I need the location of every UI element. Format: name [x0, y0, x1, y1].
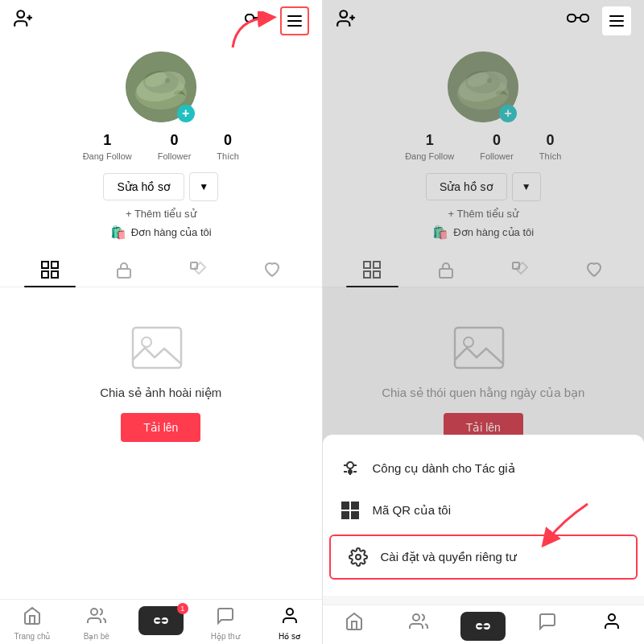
svg-point-59: [413, 614, 419, 621]
svg-point-26: [340, 10, 347, 18]
add-person-icon-right[interactable]: [336, 8, 357, 34]
svg-rect-18: [133, 328, 181, 368]
bottom-nav-left: Trang chủ Bạn bè: [0, 599, 322, 644]
svg-point-25: [287, 609, 293, 615]
photo-placeholder-left: [129, 320, 193, 376]
profile-icon-right: [602, 612, 621, 636]
svg-rect-15: [52, 271, 58, 278]
svg-point-11: [165, 78, 170, 83]
nav-profile-label-left: Hồ sơ: [279, 632, 300, 641]
svg-rect-16: [118, 269, 130, 278]
order-link-left[interactable]: 🛍️ Đơn hàng của tôi: [110, 225, 212, 240]
svg-point-19: [142, 337, 151, 347]
menu-button-left[interactable]: [280, 6, 309, 35]
svg-point-64: [609, 614, 615, 621]
svg-rect-29: [568, 14, 576, 22]
svg-rect-12: [42, 262, 48, 268]
svg-point-0: [17, 10, 24, 18]
qr-code-icon: [339, 501, 361, 520]
stats-row-left: 1 Đang Follow 0 Follower 0 Thích: [83, 132, 239, 161]
nav-inbox-left[interactable]: Hộp thư: [193, 606, 258, 641]
settings-icon: [347, 547, 369, 567]
friends-icon-left: [87, 606, 106, 630]
nav-friends-right[interactable]: [386, 612, 451, 641]
inbox-icon-right: [538, 612, 557, 636]
svg-point-9: [143, 71, 179, 93]
menu-item-author-tools[interactable]: Công cụ dành cho Tác giả: [323, 448, 645, 489]
svg-rect-54: [356, 512, 358, 514]
stat-followers-left[interactable]: 0 Follower: [158, 132, 192, 161]
menu-item-qr-code[interactable]: Mã QR của tôi: [323, 489, 645, 531]
stat-number-likes-left: 0: [224, 132, 232, 150]
tab-heart-left[interactable]: [235, 253, 309, 287]
home-icon-left: [23, 606, 42, 630]
nav-profile-right[interactable]: [580, 612, 644, 641]
menu-panel-right: Công cụ dành cho Tác giả Mã QR của t: [323, 435, 645, 596]
inbox-badge-left: 1: [177, 603, 188, 614]
friends-icon-right: [409, 612, 428, 636]
svg-rect-52: [344, 514, 347, 517]
author-tools-text: Công cụ dành cho Tác giả: [373, 461, 515, 476]
order-text-left: Đơn hàng của tôi: [131, 226, 212, 238]
menu-line-r1: [609, 15, 624, 17]
menu-line-1: [287, 15, 302, 17]
stat-following-left[interactable]: 1 Đang Follow: [83, 132, 132, 161]
avatar-wrapper-left: +: [126, 52, 196, 122]
edit-profile-btn-left[interactable]: Sửa hồ sơ: [103, 173, 184, 200]
tab-lock-left[interactable]: [87, 253, 161, 287]
profile-icon-left: [280, 606, 299, 630]
inbox-icon-left: [216, 606, 235, 630]
menu-line-r3: [609, 25, 624, 27]
svg-point-45: [347, 462, 353, 469]
stat-number-following-left: 1: [103, 132, 111, 150]
svg-rect-13: [52, 262, 58, 268]
add-photo-btn-left[interactable]: +: [177, 105, 195, 122]
nav-inbox-right[interactable]: [515, 612, 580, 641]
svg-rect-55: [352, 516, 354, 518]
svg-rect-30: [580, 14, 588, 22]
content-area-left: Chia sẻ ảnh hoài niệm Tải lên: [0, 287, 322, 599]
svg-point-20: [91, 609, 97, 615]
upload-btn-left[interactable]: Tải lên: [121, 413, 200, 442]
nav-home-right[interactable]: [323, 612, 387, 641]
svg-rect-63: [477, 625, 489, 627]
nav-profile-left[interactable]: Hồ sơ: [258, 606, 322, 641]
bottom-nav-right: [323, 605, 645, 644]
bio-link-left[interactable]: + Thêm tiểu sử: [126, 208, 196, 220]
right-top-nav: [323, 0, 645, 42]
tab-grid-left[interactable]: [13, 253, 87, 287]
nav-video-right[interactable]: [451, 612, 515, 641]
tabs-row-left: [0, 253, 322, 287]
right-dim-overlay: [323, 0, 645, 491]
nav-friends-left[interactable]: Bạn bè: [64, 606, 129, 641]
svg-rect-51: [353, 504, 357, 507]
video-icon-right: [460, 612, 506, 641]
svg-rect-14: [42, 271, 48, 278]
menu-line-r2: [609, 20, 624, 22]
settings-arrow: [531, 496, 596, 555]
svg-rect-53: [352, 512, 354, 514]
stat-label-likes-left: Thích: [217, 151, 239, 161]
nav-home-label-left: Trang chủ: [14, 632, 50, 641]
menu-button-right[interactable]: [602, 6, 631, 35]
tab-tag-left[interactable]: [161, 253, 235, 287]
right-panel: + 1 Đang Follow 0 Follower 0 Thích Sửa h…: [323, 0, 645, 644]
menu-line-2: [287, 20, 302, 22]
dropdown-btn-left[interactable]: ▼: [189, 172, 218, 201]
arrow-indicator: [229, 11, 277, 55]
stat-label-following-left: Đang Follow: [83, 151, 132, 161]
video-icon-left: 1: [138, 606, 184, 635]
stat-number-followers-left: 0: [171, 132, 179, 150]
stat-likes-left[interactable]: 0 Thích: [217, 132, 239, 161]
left-panel: + 1 Đang Follow 0 Follower 0 Thích Sửa h…: [0, 0, 322, 644]
add-person-icon-left[interactable]: [13, 8, 34, 34]
nav-video-left[interactable]: 1: [129, 606, 193, 641]
right-nav-right: [567, 6, 631, 35]
settings-text: Cài đặt và quyền riêng tư: [381, 550, 518, 564]
svg-rect-50: [344, 504, 347, 507]
action-buttons-left: Sửa hồ sơ ▼: [103, 172, 218, 201]
nav-home-left[interactable]: Trang chủ: [0, 606, 64, 641]
glasses-icon-right[interactable]: [567, 10, 589, 31]
nav-friends-label-left: Bạn bè: [84, 632, 109, 641]
order-icon-left: 🛍️: [110, 225, 126, 240]
